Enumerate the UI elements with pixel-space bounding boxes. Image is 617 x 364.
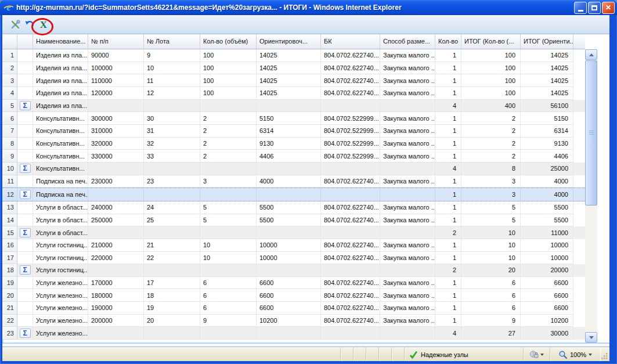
- cell-orient: [257, 188, 321, 201]
- cell-sp: Закупка малого ...: [380, 289, 435, 302]
- cell-sum: [17, 252, 33, 265]
- cell-orient: [257, 100, 321, 113]
- protected-mode-button[interactable]: [524, 348, 550, 361]
- cell-n: 9: [2, 150, 17, 163]
- export-excel-button[interactable]: X: [37, 17, 50, 31]
- cell-orient: 14025: [257, 74, 321, 87]
- table-row[interactable]: 16Услуги гостиниц...210000211010000804.0…: [2, 239, 585, 252]
- cell-npp: 250000: [88, 214, 144, 227]
- column-header-i1[interactable]: ИТОГ (Кол-во (...: [461, 34, 521, 49]
- minimize-button[interactable]: [574, 2, 587, 14]
- table-row[interactable]: 5ΣИзделия из пла...440056100: [2, 100, 585, 113]
- column-header-name[interactable]: Наименование...: [33, 34, 88, 49]
- table-row[interactable]: 14Услуги в област...2500002555500804.070…: [2, 214, 585, 227]
- cell-bk: 804.0702.522999...: [321, 125, 380, 138]
- table-row[interactable]: 3Изделия из пла...1100001110014025804.07…: [2, 74, 585, 87]
- cell-lot: [144, 327, 200, 340]
- column-header-sp[interactable]: Способ разме...: [380, 34, 435, 49]
- cell-lot: [144, 226, 200, 239]
- cell-qty: 6: [200, 302, 257, 315]
- cell-lot: 11: [144, 74, 200, 87]
- cell-i2: 5150: [521, 112, 573, 125]
- cell-npp: [88, 188, 144, 201]
- column-header-qty[interactable]: Кол-во (объём): [200, 34, 257, 49]
- cell-i2: 11000: [521, 226, 573, 239]
- cell-lot: 22: [144, 252, 200, 265]
- title-bar[interactable]: e http://gz-murman.ru/?idc=SummatorSetts…: [0, 0, 617, 15]
- column-header-bk[interactable]: БК: [321, 34, 380, 49]
- chevron-down-icon: [589, 354, 592, 356]
- table-row[interactable]: 23ΣУслуги железно...42730000: [2, 327, 585, 340]
- table-row[interactable]: 21Услуги железно...1900001966600804.0702…: [2, 302, 585, 315]
- ie-logo-icon: e: [3, 2, 14, 13]
- cell-name: Услуги железно...: [33, 277, 88, 290]
- table-row[interactable]: 7Консультативн...3100003126314804.0702.5…: [2, 125, 585, 138]
- column-header-orient[interactable]: Ориентировоч...: [257, 34, 321, 49]
- cell-npp: 190000: [88, 302, 144, 315]
- table-row[interactable]: 12ΣПодписка на печ...134000: [2, 188, 585, 201]
- scroll-up-button[interactable]: [585, 49, 597, 60]
- column-header-n[interactable]: [2, 34, 17, 49]
- column-header-i2[interactable]: ИТОГ (Ориенти...: [521, 34, 573, 49]
- cell-lot: [144, 163, 200, 175]
- cell-n: 14: [2, 214, 17, 227]
- table-row[interactable]: 10ΣКонсультативн...4825000: [2, 163, 585, 175]
- cell-npp: 110000: [88, 74, 144, 87]
- cell-k: 1: [435, 49, 461, 62]
- cell-sum: [17, 315, 33, 327]
- window-title: http://gz-murman.ru/?idc=SummatorSetts46…: [16, 3, 571, 12]
- cell-qty: 100: [200, 49, 257, 62]
- cell-i2: 10000: [521, 252, 573, 265]
- column-header-k[interactable]: Кол-во: [435, 34, 461, 49]
- cell-qty: 100: [200, 87, 257, 100]
- table-row[interactable]: 2Изделия из пла...1000001010014025804.07…: [2, 62, 585, 75]
- cell-sp: Закупка малого ...: [380, 87, 435, 100]
- table-row[interactable]: 1Изделия из пла...90000910014025804.0702…: [2, 49, 585, 62]
- cell-sp: Закупка малого ...: [380, 62, 435, 75]
- cell-name: Консультативн...: [33, 125, 88, 138]
- cell-orient: [257, 327, 321, 340]
- scroll-down-button[interactable]: [585, 332, 597, 343]
- cell-sp: Закупка малого ...: [380, 315, 435, 327]
- cell-n: 20: [2, 289, 17, 302]
- table-row[interactable]: 19Услуги железно...1700001766600804.0702…: [2, 277, 585, 290]
- status-pane: [379, 348, 392, 361]
- cell-sum: [17, 62, 33, 75]
- column-header-npp[interactable]: № п/п: [88, 34, 144, 49]
- cell-i1: 10: [461, 252, 521, 265]
- cell-name: Услуги в област...: [33, 214, 88, 227]
- cell-k: 4: [435, 327, 461, 340]
- cell-qty: 10: [200, 239, 257, 252]
- table-row[interactable]: 18ΣУслуги гостиниц...22020000: [2, 264, 585, 277]
- table-row[interactable]: 20Услуги железно...1800001866600804.0702…: [2, 289, 585, 302]
- zoom-control[interactable]: 100%: [550, 348, 600, 361]
- table-row[interactable]: 9Консультативн...3300003324406804.0702.5…: [2, 150, 585, 163]
- resize-grip[interactable]: [600, 348, 609, 361]
- table-row[interactable]: 17Услуги гостиниц...220000221010000804.0…: [2, 252, 585, 265]
- column-header-sum[interactable]: [17, 34, 33, 49]
- maximize-button[interactable]: [588, 2, 601, 14]
- scrollbar-track[interactable]: [585, 206, 597, 332]
- table-row[interactable]: 13Услуги в област...2400002455500804.070…: [2, 201, 585, 214]
- table-row[interactable]: 15ΣУслуги в област...21011000: [2, 226, 585, 239]
- cell-sum: [17, 49, 33, 62]
- table-row[interactable]: 11Подписка на печ...2300002334000804.070…: [2, 175, 585, 188]
- sigma-icon: Σ: [20, 329, 31, 338]
- cell-sp: Закупка малого ...: [380, 252, 435, 265]
- cell-bk: 804.0702.622740...: [321, 302, 380, 315]
- vertical-scrollbar[interactable]: [585, 49, 597, 343]
- cell-i2: 6600: [521, 302, 573, 315]
- table-row[interactable]: 22Услуги железно...20000020910200804.070…: [2, 315, 585, 327]
- cell-bk: 804.0702.622740...: [321, 252, 380, 265]
- table-row[interactable]: 8Консультативн...3200003229130804.0702.5…: [2, 138, 585, 150]
- scrollbar-thumb[interactable]: [585, 60, 597, 206]
- cell-bk: [321, 264, 380, 277]
- table-row[interactable]: 4Изделия из пла...1200001210014025804.07…: [2, 87, 585, 100]
- undo-button[interactable]: [23, 17, 36, 31]
- cell-npp: 120000: [88, 87, 144, 100]
- table-row[interactable]: 6Консультативн...3000003025150804.0702.5…: [2, 112, 585, 125]
- column-header-lot[interactable]: № Лота: [144, 34, 200, 49]
- cell-name: Услуги гостиниц...: [33, 239, 88, 252]
- close-button[interactable]: ✕: [602, 2, 615, 14]
- tools-button[interactable]: [9, 17, 22, 31]
